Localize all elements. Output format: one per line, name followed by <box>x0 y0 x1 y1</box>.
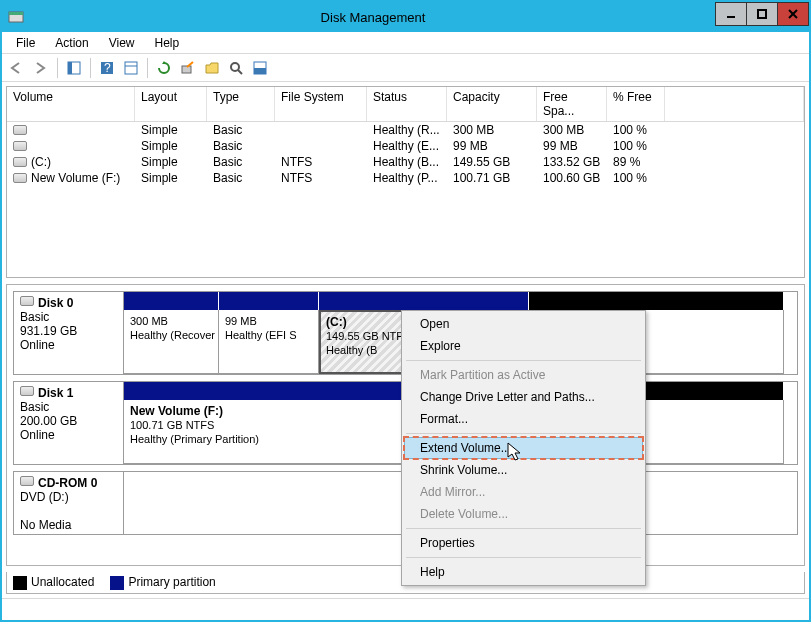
app-icon <box>8 9 24 25</box>
cell: Basic <box>207 138 275 154</box>
maximize-icon <box>757 9 767 19</box>
cell: Healthy (R... <box>367 122 447 138</box>
menu-item[interactable]: Open <box>404 313 643 335</box>
col-filesystem[interactable]: File System <box>275 87 367 121</box>
table-row[interactable]: New Volume (F:)SimpleBasicNTFSHealthy (P… <box>7 170 804 186</box>
cell: Simple <box>135 170 207 186</box>
cell: 99 MB <box>537 138 607 154</box>
maximize-button[interactable] <box>746 2 778 26</box>
col-pctfree[interactable]: % Free <box>607 87 665 121</box>
cell: 149.55 GB <box>447 154 537 170</box>
refresh-button[interactable] <box>153 57 175 79</box>
menu-item: Mark Partition as Active <box>404 364 643 386</box>
cell: Basic <box>207 170 275 186</box>
layout-icon <box>253 61 267 75</box>
legend-primary: Primary partition <box>128 575 215 589</box>
cell: NTFS <box>275 170 367 186</box>
settings-button[interactable] <box>249 57 271 79</box>
svg-rect-3 <box>758 10 766 18</box>
disk-info[interactable]: Disk 1Basic200.00 GBOnline <box>14 382 124 464</box>
disk-icon <box>20 386 34 396</box>
cell: NTFS <box>275 154 367 170</box>
table-row[interactable]: SimpleBasicHealthy (E...99 MB99 MB100 % <box>7 138 804 154</box>
legend-swatch-primary <box>110 576 124 590</box>
magnifier-icon <box>229 61 243 75</box>
menu-file[interactable]: File <box>6 34 45 52</box>
svg-rect-7 <box>68 62 72 74</box>
legend-swatch-unallocated <box>13 576 27 590</box>
rescan-button[interactable] <box>177 57 199 79</box>
minimize-button[interactable] <box>715 2 747 26</box>
refresh-icon <box>157 61 171 75</box>
disk-info[interactable]: Disk 0Basic931.19 GBOnline <box>14 292 124 374</box>
table-row[interactable]: (C:)SimpleBasicNTFSHealthy (B...149.55 G… <box>7 154 804 170</box>
svg-rect-16 <box>254 68 266 74</box>
cell: 89 % <box>607 154 665 170</box>
col-layout[interactable]: Layout <box>135 87 207 121</box>
menu-item[interactable]: Format... <box>404 408 643 430</box>
svg-point-13 <box>231 63 239 71</box>
cell: Simple <box>135 154 207 170</box>
disk-icon <box>20 476 34 486</box>
cell: 300 MB <box>537 122 607 138</box>
legend-unallocated: Unallocated <box>31 575 94 589</box>
menu-item[interactable]: Properties <box>404 532 643 554</box>
menu-item[interactable]: Explore <box>404 335 643 357</box>
open-button[interactable] <box>201 57 223 79</box>
cell: New Volume (F:) <box>7 170 135 186</box>
svg-rect-1 <box>9 12 23 15</box>
cell <box>7 122 135 138</box>
menu-item[interactable]: Help <box>404 561 643 583</box>
svg-text:?: ? <box>104 61 111 75</box>
back-button[interactable] <box>6 57 28 79</box>
cell: 300 MB <box>447 122 537 138</box>
list-icon <box>124 61 138 75</box>
menu-action[interactable]: Action <box>45 34 98 52</box>
menu-item: Add Mirror... <box>404 481 643 503</box>
partition[interactable]: 99 MBHealthy (EFI S <box>219 310 319 374</box>
help-button[interactable]: ? <box>96 57 118 79</box>
cell: 100.71 GB <box>447 170 537 186</box>
menu-view[interactable]: View <box>99 34 145 52</box>
col-volume[interactable]: Volume <box>7 87 135 121</box>
show-hide-button[interactable] <box>63 57 85 79</box>
forward-button[interactable] <box>30 57 52 79</box>
window-title: Disk Management <box>30 10 716 25</box>
col-free[interactable]: Free Spa... <box>537 87 607 121</box>
panel-icon <box>67 61 81 75</box>
menu-item[interactable]: Change Drive Letter and Paths... <box>404 386 643 408</box>
minimize-icon <box>726 9 736 19</box>
close-button[interactable] <box>777 2 809 26</box>
cell: 100 % <box>607 170 665 186</box>
statusbar <box>2 598 809 620</box>
volume-icon <box>13 157 27 167</box>
find-button[interactable] <box>225 57 247 79</box>
folder-open-icon <box>205 61 219 75</box>
col-spacer <box>665 87 804 121</box>
menu-help[interactable]: Help <box>145 34 190 52</box>
partition[interactable]: 300 MBHealthy (Recover <box>124 310 219 374</box>
cell <box>7 138 135 154</box>
col-status[interactable]: Status <box>367 87 447 121</box>
svg-rect-10 <box>125 62 137 74</box>
close-icon <box>788 9 798 19</box>
menu-item[interactable]: Shrink Volume... <box>404 459 643 481</box>
disk-info[interactable]: CD-ROM 0DVD (D:)No Media <box>14 472 124 534</box>
help-icon: ? <box>100 61 114 75</box>
volume-list[interactable]: Volume Layout Type File System Status Ca… <box>6 86 805 278</box>
table-row[interactable]: SimpleBasicHealthy (R...300 MB300 MB100 … <box>7 122 804 138</box>
col-type[interactable]: Type <box>207 87 275 121</box>
cell <box>275 138 367 154</box>
cell: 99 MB <box>447 138 537 154</box>
col-capacity[interactable]: Capacity <box>447 87 537 121</box>
disk-management-window: Disk Management File Action View Help ? … <box>0 0 811 622</box>
partition[interactable] <box>629 400 784 464</box>
titlebar[interactable]: Disk Management <box>2 2 809 32</box>
mouse-cursor-icon <box>507 442 525 462</box>
cell: 100 % <box>607 138 665 154</box>
cell: Basic <box>207 122 275 138</box>
view-top-button[interactable] <box>120 57 142 79</box>
menubar: File Action View Help <box>2 32 809 54</box>
disk-scan-icon <box>181 61 195 75</box>
forward-arrow-icon <box>33 62 49 74</box>
